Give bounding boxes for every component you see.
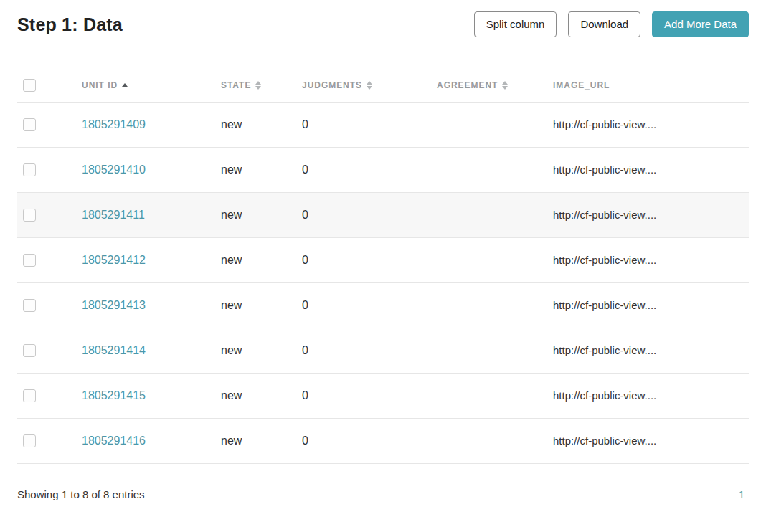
agreement-cell [437, 147, 553, 192]
image-url-cell: http://cf-public-view.... [553, 147, 749, 192]
unit-id-cell: 1805291415 [82, 373, 221, 418]
column-header-judgments[interactable]: JUDGMENTS [302, 69, 437, 102]
checkbox-cell [17, 418, 82, 463]
unit-id-link[interactable]: 1805291413 [82, 299, 146, 311]
column-header-unit-id[interactable]: UNIT ID [82, 69, 221, 102]
showing-entries-text: Showing 1 to 8 of 8 entries [17, 488, 145, 500]
state-cell: new [221, 373, 302, 418]
unit-id-link[interactable]: 1805291410 [82, 163, 146, 176]
checkbox-cell [17, 237, 82, 282]
table-row: 1805291415 new 0 http://cf-public-view..… [17, 373, 749, 418]
table-row: 1805291414 new 0 http://cf-public-view..… [17, 328, 749, 373]
split-column-button[interactable]: Split column [474, 11, 557, 37]
unit-id-cell: 1805291413 [82, 282, 221, 328]
row-checkbox[interactable] [23, 389, 36, 402]
image-url-cell: http://cf-public-view.... [553, 192, 749, 237]
sort-both-icon[interactable] [367, 81, 372, 90]
checkbox-cell [17, 328, 82, 373]
judgments-cell: 0 [302, 282, 437, 328]
table-row: 1805291412 new 0 http://cf-public-view..… [17, 237, 749, 282]
table-row: 1805291410 new 0 http://cf-public-view..… [17, 147, 749, 192]
column-label: UNIT ID [82, 80, 118, 90]
unit-id-link[interactable]: 1805291412 [82, 254, 146, 266]
image-url-cell: http://cf-public-view.... [553, 237, 749, 282]
unit-id-cell: 1805291411 [82, 192, 221, 237]
checkbox-cell [17, 373, 82, 418]
table-header: UNIT ID STATE JUDGMENTS AGREEMENT IMAGE_… [17, 69, 749, 102]
image-url-cell: http://cf-public-view.... [553, 282, 749, 328]
judgments-cell: 0 [302, 237, 437, 282]
unit-id-cell: 1805291409 [82, 102, 221, 147]
row-checkbox[interactable] [23, 344, 36, 357]
agreement-cell [437, 102, 553, 147]
unit-id-cell: 1805291412 [82, 237, 221, 282]
agreement-cell [437, 373, 553, 418]
unit-id-link[interactable]: 1805291411 [82, 209, 145, 221]
judgments-cell: 0 [302, 418, 437, 463]
image-url-cell: http://cf-public-view.... [553, 328, 749, 373]
table-footer: Showing 1 to 8 of 8 entries 1 [17, 487, 749, 502]
judgments-cell: 0 [302, 373, 437, 418]
table-row: 1805291411 new 0 http://cf-public-view..… [17, 192, 749, 237]
add-more-data-button[interactable]: Add More Data [652, 11, 749, 37]
units-table: UNIT ID STATE JUDGMENTS AGREEMENT IMAGE_… [17, 69, 749, 464]
download-button[interactable]: Download [568, 11, 640, 37]
judgments-cell: 0 [302, 102, 437, 147]
toolbar: Split column Download Add More Data [474, 11, 749, 37]
state-cell: new [221, 237, 302, 282]
column-label: JUDGMENTS [302, 80, 362, 90]
column-header-agreement[interactable]: AGREEMENT [437, 69, 553, 102]
page-title: Step 1: Data [17, 14, 123, 35]
agreement-cell [437, 237, 553, 282]
agreement-cell [437, 282, 553, 328]
table-row: 1805291409 new 0 http://cf-public-view..… [17, 102, 749, 147]
state-cell: new [221, 328, 302, 373]
checkbox-cell [17, 282, 82, 328]
header-bar: Step 1: Data Split column Download Add M… [17, 10, 749, 37]
image-url-cell: http://cf-public-view.... [553, 102, 749, 147]
column-label: IMAGE_URL [553, 80, 610, 90]
row-checkbox[interactable] [23, 163, 36, 176]
column-header-image-url: IMAGE_URL [553, 69, 749, 102]
select-all-header [17, 69, 82, 102]
checkbox-cell [17, 102, 82, 147]
table-body: 1805291409 new 0 http://cf-public-view..… [17, 102, 749, 463]
sort-both-icon[interactable] [255, 81, 261, 90]
sort-asc-icon[interactable] [122, 83, 128, 87]
checkbox-cell [17, 192, 82, 237]
row-checkbox[interactable] [23, 254, 36, 267]
image-url-cell: http://cf-public-view.... [553, 418, 749, 463]
unit-id-cell: 1805291416 [82, 418, 221, 463]
judgments-cell: 0 [302, 147, 437, 192]
state-cell: new [221, 282, 302, 328]
row-checkbox[interactable] [23, 118, 36, 131]
checkbox-cell [17, 147, 82, 192]
select-all-checkbox[interactable] [23, 79, 36, 92]
image-url-cell: http://cf-public-view.... [553, 373, 749, 418]
row-checkbox[interactable] [23, 209, 36, 222]
data-page: Step 1: Data Split column Download Add M… [0, 0, 766, 532]
unit-id-link[interactable]: 1805291415 [82, 389, 146, 402]
unit-id-cell: 1805291414 [82, 328, 221, 373]
column-label: STATE [221, 80, 251, 90]
column-header-state[interactable]: STATE [221, 69, 302, 102]
unit-id-link[interactable]: 1805291414 [82, 344, 146, 356]
judgments-cell: 0 [302, 328, 437, 373]
column-label: AGREEMENT [437, 80, 498, 90]
state-cell: new [221, 102, 302, 147]
agreement-cell [437, 328, 553, 373]
unit-id-link[interactable]: 1805291416 [82, 434, 146, 447]
unit-id-link[interactable]: 1805291409 [82, 118, 146, 130]
pagination-page-1[interactable]: 1 [734, 487, 749, 502]
judgments-cell: 0 [302, 192, 437, 237]
row-checkbox[interactable] [23, 299, 36, 312]
agreement-cell [437, 192, 553, 237]
table-row: 1805291413 new 0 http://cf-public-view..… [17, 282, 749, 328]
state-cell: new [221, 147, 302, 192]
state-cell: new [221, 418, 302, 463]
state-cell: new [221, 192, 302, 237]
row-checkbox[interactable] [23, 434, 36, 447]
table-row: 1805291416 new 0 http://cf-public-view..… [17, 418, 749, 463]
unit-id-cell: 1805291410 [82, 147, 221, 192]
sort-both-icon[interactable] [502, 81, 508, 90]
